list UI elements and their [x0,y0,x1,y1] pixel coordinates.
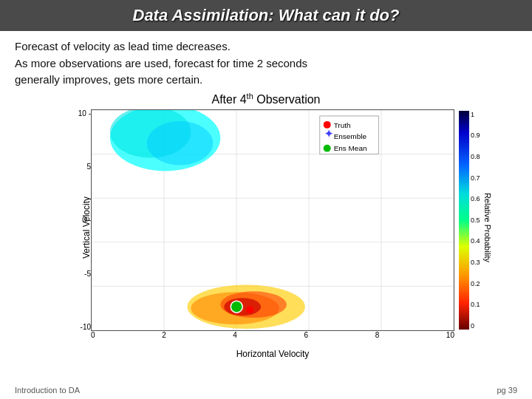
intro-line3: generally improves, gets more certain. [15,73,202,86]
chart-section: After 4th Observation Vertical Velocity [15,92,517,383]
svg-point-20 [246,306,253,313]
x-axis-label: Horizontal Velocity [91,349,454,359]
svg-text:Ensemble: Ensemble [334,132,367,140]
intro-text: Forecast of velocity as lead time decrea… [15,38,517,89]
content-area: Forecast of velocity as lead time decrea… [0,31,532,383]
intro-line1: Forecast of velocity as lead time decrea… [15,40,231,52]
x-axis-ticks: 0 2 4 6 8 10 [91,331,454,346]
colorbar-gradient [459,111,469,330]
slide-title: Data Assimilation: What can it do? [15,6,517,25]
chart-plot-box: Truth ✦ Ensemble Ens Mean [91,109,454,331]
svg-text:Truth: Truth [334,121,351,129]
colorbar-tick-labels: 1 0.9 0.8 0.7 0.6 0.5 0.4 0.3 0.2 0.1 0 [471,109,480,331]
svg-point-19 [231,301,242,313]
svg-text:Ens Mean: Ens Mean [334,143,367,151]
colorbar: 1 0.9 0.8 0.7 0.6 0.5 0.4 0.3 0.2 0.1 0 [457,109,484,331]
svg-point-26 [324,145,331,152]
chart-svg: Truth ✦ Ensemble Ens Mean [92,110,454,330]
y-axis-ticks: 10 - 5 0 - -5 -10 [70,109,91,331]
title-bar: Data Assimilation: What can it do? [0,0,532,31]
svg-point-14 [147,121,214,166]
chart-title: After 4th Observation [211,92,320,106]
footer-left: Introduction to DA [15,386,80,395]
footer-right: pg 39 [497,386,517,395]
footer: Introduction to DA pg 39 [0,383,532,399]
intro-line2: As more observations are used, forecast … [15,57,307,69]
svg-text:✦: ✦ [324,128,333,140]
slide: Data Assimilation: What can it do? Forec… [0,0,532,399]
colorbar-label: Relative Probability [483,193,492,262]
